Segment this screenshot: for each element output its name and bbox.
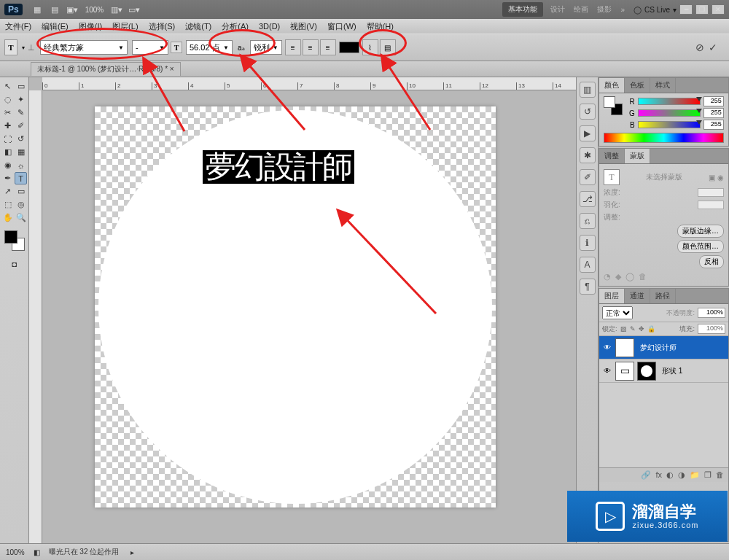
- title-zoom[interactable]: 100%: [85, 6, 104, 14]
- group-icon[interactable]: 📁: [690, 470, 700, 480]
- fill-value[interactable]: 100%: [698, 324, 725, 334]
- menu-view[interactable]: 视图(V): [285, 21, 322, 32]
- lock-pos-icon[interactable]: ✥: [639, 325, 644, 332]
- cancel-icon[interactable]: ⊘: [695, 42, 704, 53]
- status-zoom[interactable]: 100%: [6, 548, 25, 556]
- actions-panel-icon[interactable]: ▶: [580, 125, 596, 141]
- path-tool-icon[interactable]: ↗: [1, 185, 14, 198]
- canvas[interactable]: 夢幻設計師: [95, 106, 496, 508]
- ruler-vertical[interactable]: [29, 90, 42, 543]
- font-size-dropdown[interactable]: 56.02 点▼: [186, 40, 233, 55]
- visibility-icon[interactable]: 👁: [602, 367, 612, 375]
- history-panel-icon[interactable]: ↺: [580, 104, 596, 120]
- workspace-design[interactable]: 设计: [546, 4, 569, 15]
- b-value[interactable]: 255: [703, 120, 724, 130]
- panel-fg-swatch[interactable]: [604, 96, 615, 108]
- adjustment-icon[interactable]: ◑: [678, 470, 685, 480]
- tab-layers[interactable]: 图层: [599, 289, 625, 303]
- 3d-tool-icon[interactable]: ⬚: [1, 198, 14, 211]
- warp-text-icon[interactable]: ⌇: [362, 39, 378, 55]
- menu-help[interactable]: 帮助(H): [362, 21, 399, 32]
- blend-mode-dropdown[interactable]: 正常: [602, 306, 633, 319]
- eyedropper-tool-icon[interactable]: ✎: [15, 106, 27, 119]
- history-brush-icon[interactable]: ↺: [15, 133, 27, 145]
- info-panel-icon[interactable]: ℹ: [580, 235, 596, 251]
- char-panel-icon[interactable]: ▤: [380, 39, 396, 55]
- view-icon[interactable]: ▣▾: [66, 4, 78, 15]
- zoom-tool-icon[interactable]: 🔍: [15, 211, 27, 224]
- menu-window[interactable]: 窗口(W): [322, 21, 362, 32]
- layer-row[interactable]: 👁 T 梦幻设计师: [599, 336, 728, 359]
- tab-adjust[interactable]: 调整: [599, 149, 625, 163]
- camera-tool-icon[interactable]: ◎: [15, 198, 27, 211]
- restore-button[interactable]: ❐: [695, 4, 709, 15]
- invert-button[interactable]: 反相: [699, 255, 724, 268]
- mini-bridge-icon[interactable]: ▥: [580, 82, 596, 98]
- lock-trans-icon[interactable]: ▨: [620, 325, 627, 332]
- orientation-icon[interactable]: ⊥: [28, 43, 35, 52]
- load-sel-icon[interactable]: ◔: [604, 272, 611, 281]
- g-value[interactable]: 255: [703, 108, 724, 118]
- mask-edge-button[interactable]: 蒙版边缘…: [677, 225, 724, 238]
- visibility-icon[interactable]: 👁: [602, 343, 612, 351]
- r-value[interactable]: 255: [703, 96, 724, 106]
- layer-row[interactable]: 👁 ▭ 形状 1: [599, 359, 728, 383]
- menu-edit[interactable]: 编辑(E): [36, 21, 74, 32]
- type-tool-icon[interactable]: T: [15, 172, 27, 184]
- workspace-more[interactable]: »: [616, 6, 629, 14]
- menu-analysis[interactable]: 分析(A): [217, 21, 254, 32]
- tab-paths[interactable]: 路径: [650, 289, 676, 303]
- brush-panel-icon[interactable]: ✐: [580, 169, 596, 185]
- menu-select[interactable]: 选择(S): [144, 21, 181, 32]
- layer-thumb[interactable]: ▭: [615, 362, 634, 381]
- align-left-icon[interactable]: ≡: [285, 39, 301, 55]
- ruler-horizontal[interactable]: 01234567891011121314: [42, 77, 576, 90]
- brush-presets-icon[interactable]: ⎇: [580, 191, 596, 207]
- hand-tool-icon[interactable]: ✋: [1, 211, 14, 224]
- spectrum-bar[interactable]: [604, 133, 724, 143]
- menu-image[interactable]: 图像(I): [74, 21, 107, 32]
- tab-mask[interactable]: 蒙版: [625, 149, 650, 163]
- document-tab[interactable]: 未标题-1 @ 100% (梦幻设计…·RGB/8) * ×: [31, 62, 181, 76]
- close-button[interactable]: ✕: [712, 4, 725, 15]
- workspace-photo[interactable]: 摄影: [593, 4, 616, 15]
- menu-layer[interactable]: 图层(L): [107, 21, 143, 32]
- fx-icon[interactable]: fx: [655, 470, 662, 480]
- marquee-tool-icon[interactable]: ▭: [15, 80, 27, 93]
- feather-field[interactable]: [698, 201, 724, 209]
- apply-mask-icon[interactable]: ◆: [615, 272, 621, 281]
- crop-tool-icon[interactable]: ✂: [1, 106, 14, 119]
- lasso-tool-icon[interactable]: ◌: [1, 93, 14, 106]
- mask-thumb[interactable]: [637, 362, 656, 381]
- properties-icon[interactable]: ✱: [580, 147, 596, 163]
- gradient-tool-icon[interactable]: ▦: [15, 146, 27, 158]
- brush-tool-icon[interactable]: ✐: [15, 120, 27, 132]
- tab-swatches[interactable]: 色板: [625, 78, 650, 93]
- move-tool-icon[interactable]: ↖: [1, 80, 14, 93]
- arrange-icon[interactable]: ▥▾: [111, 4, 122, 15]
- wand-tool-icon[interactable]: ✦: [15, 93, 27, 106]
- fg-swatch[interactable]: [4, 230, 17, 244]
- aa-dropdown[interactable]: 锐利▼: [250, 40, 282, 55]
- quickmask-icon[interactable]: ◘: [8, 257, 20, 270]
- status-indicator-icon[interactable]: ◧: [34, 548, 40, 556]
- tab-color[interactable]: 颜色: [599, 78, 625, 93]
- eraser-tool-icon[interactable]: ◧: [1, 146, 14, 158]
- menu-filter[interactable]: 滤镜(T): [180, 21, 217, 32]
- trash-icon[interactable]: 🗑: [716, 470, 724, 480]
- workspace-paint[interactable]: 绘画: [569, 4, 593, 15]
- tab-styles[interactable]: 样式: [650, 78, 676, 93]
- tool-preset-icon[interactable]: T: [4, 39, 17, 55]
- text-layer-content[interactable]: 夢幻設計師: [203, 150, 354, 184]
- color-range-button[interactable]: 颜色范围…: [677, 240, 724, 253]
- layer-name[interactable]: 梦幻设计师: [640, 343, 677, 353]
- stamp-tool-icon[interactable]: ⛶: [1, 133, 14, 145]
- r-slider[interactable]: [638, 98, 701, 105]
- bridge-icon[interactable]: ▦: [31, 4, 43, 15]
- new-layer-icon[interactable]: ❐: [704, 470, 712, 480]
- mask-icon[interactable]: ◐: [666, 470, 674, 480]
- clone-panel-icon[interactable]: ⎌: [580, 213, 596, 229]
- min-button[interactable]: ━: [679, 4, 693, 15]
- density-field[interactable]: [698, 188, 724, 197]
- workspace-essentials[interactable]: 基本功能: [502, 2, 543, 17]
